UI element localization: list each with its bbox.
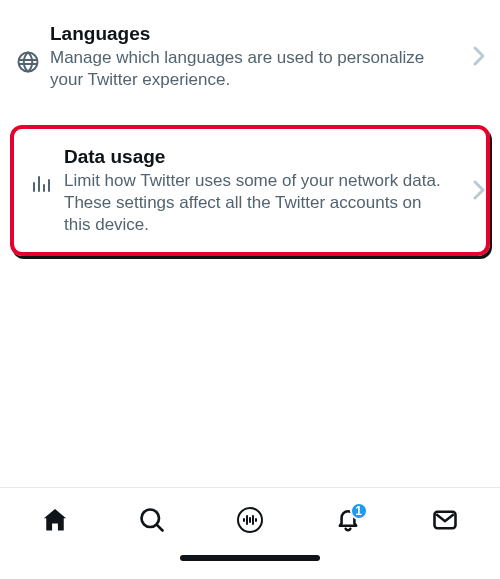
search-icon: [138, 506, 166, 534]
home-indicator: [0, 551, 500, 579]
mail-icon: [431, 506, 459, 534]
chevron-right-icon: [472, 45, 486, 67]
svg-point-0: [19, 53, 38, 72]
languages-desc: Manage which languages are used to perso…: [50, 47, 462, 91]
tab-bar: 1: [0, 487, 500, 579]
tab-notifications[interactable]: 1: [324, 496, 372, 544]
highlight-data-usage: Data usage Limit how Twitter uses some o…: [10, 125, 490, 256]
notifications-badge: 1: [350, 502, 368, 520]
data-usage-desc: Limit how Twitter uses some of your netw…: [64, 170, 448, 236]
tabs: 1: [0, 488, 500, 551]
bar-chart-icon: [28, 173, 56, 195]
tab-spaces[interactable]: [226, 496, 274, 544]
settings-list: Languages Manage which languages are use…: [0, 0, 500, 256]
chevron-right-icon: [472, 179, 486, 201]
setting-row-data-usage[interactable]: Data usage Limit how Twitter uses some o…: [18, 145, 482, 236]
data-usage-title: Data usage: [64, 145, 448, 169]
tab-home[interactable]: [31, 496, 79, 544]
globe-icon: [14, 50, 42, 74]
tab-search[interactable]: [128, 496, 176, 544]
home-icon: [41, 506, 69, 534]
spaces-icon: [235, 505, 265, 535]
tab-messages[interactable]: [421, 496, 469, 544]
setting-row-languages[interactable]: Languages Manage which languages are use…: [0, 12, 500, 101]
languages-title: Languages: [50, 22, 462, 46]
